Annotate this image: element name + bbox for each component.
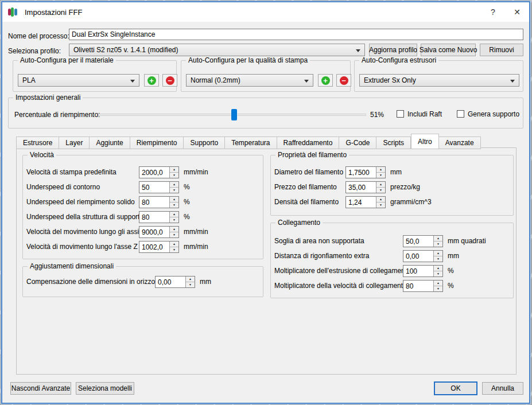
number-input-value: 1002,0 — [139, 242, 169, 252]
spin-up-icon[interactable]: ▲ — [434, 266, 442, 271]
spin-down-icon[interactable]: ▼ — [434, 271, 442, 277]
remove-quality-button[interactable]: − — [336, 74, 351, 87]
number-input[interactable]: 9000,0▲▼ — [139, 226, 179, 238]
spin-down-icon[interactable]: ▼ — [376, 202, 385, 208]
infill-slider-handle[interactable] — [231, 109, 237, 120]
spinner-buttons[interactable]: ▲▼ — [376, 197, 385, 208]
tab-scripts[interactable]: Scripts — [376, 137, 411, 149]
spinner-buttons[interactable]: ▲▼ — [433, 236, 442, 247]
tab-riempimento[interactable]: Riempimento — [130, 137, 184, 149]
tab-g-code[interactable]: G-Code — [339, 137, 376, 149]
generate-support-checkbox[interactable]: Genera supporto — [457, 110, 519, 118]
spin-up-icon[interactable]: ▲ — [434, 281, 442, 286]
spin-up-icon[interactable]: ▲ — [434, 251, 442, 256]
spin-up-icon[interactable]: ▲ — [186, 277, 195, 282]
process-name-input[interactable] — [69, 29, 523, 40]
tab-temperatura[interactable]: Temperatura — [225, 137, 277, 149]
number-input[interactable]: 0,00▲▼ — [403, 250, 443, 262]
spin-up-icon[interactable]: ▲ — [376, 182, 385, 187]
spin-down-icon[interactable]: ▼ — [376, 187, 385, 193]
title-bar[interactable]: Impostazioni FFF ? ✕ — [2, 2, 529, 22]
number-input[interactable]: 100▲▼ — [403, 265, 443, 277]
number-input[interactable]: 80▲▼ — [139, 196, 179, 208]
fff-settings-dialog: Impostazioni FFF ? ✕ Nome del processo: … — [1, 1, 530, 404]
number-input[interactable]: 80▲▼ — [403, 280, 443, 292]
select-models-button[interactable]: Seleziona modelli — [76, 382, 134, 395]
extruders-select-value: Extruder Sx Only — [364, 76, 416, 84]
quality-select[interactable]: Normal (0.2mm) — [186, 74, 313, 87]
spinner-buttons[interactable]: ▲▼ — [169, 212, 178, 223]
spin-up-icon[interactable]: ▲ — [376, 167, 385, 172]
spinner-buttons[interactable]: ▲▼ — [169, 167, 178, 178]
spin-up-icon[interactable]: ▲ — [170, 242, 178, 247]
number-input[interactable]: 50▲▼ — [139, 181, 179, 193]
spinner-buttons[interactable]: ▲▼ — [433, 281, 442, 291]
spinner-buttons[interactable]: ▲▼ — [169, 182, 178, 193]
infill-percentage-value: 51% — [370, 111, 384, 119]
close-button[interactable]: ✕ — [505, 2, 529, 22]
spinner-buttons[interactable]: ▲▼ — [169, 242, 178, 252]
spin-down-icon[interactable]: ▼ — [170, 247, 178, 252]
remove-material-button[interactable]: − — [162, 74, 177, 87]
hide-advanced-button[interactable]: Nascondi Avanzate — [10, 382, 71, 395]
collegamento-rows: Soglia di area non supportata50,0▲▼mm qu… — [271, 223, 513, 293]
auto-configure-material-group: Auto-Configura per il materiale PLA + − — [13, 60, 177, 92]
spinner-buttons[interactable]: ▲▼ — [185, 277, 195, 287]
spinner-buttons[interactable]: ▲▼ — [433, 266, 442, 277]
tab-altro[interactable]: Altro — [411, 134, 439, 149]
spin-up-icon[interactable]: ▲ — [170, 227, 178, 232]
ok-button[interactable]: OK — [434, 381, 477, 395]
spin-down-icon[interactable]: ▼ — [434, 241, 442, 247]
spin-down-icon[interactable]: ▼ — [170, 232, 178, 237]
spin-up-icon[interactable]: ▲ — [170, 197, 178, 202]
spin-up-icon[interactable]: ▲ — [170, 167, 178, 172]
profile-select[interactable]: Olivetti S2 nz05 v. 1.4.1 (modified) — [69, 44, 365, 56]
auto-configure-extruders-title: Auto-Configura estrusori — [359, 56, 438, 64]
remove-profile-button[interactable]: Rimuovi — [480, 44, 523, 56]
tab-raffreddamento[interactable]: Raffreddamento — [277, 137, 340, 149]
spin-up-icon[interactable]: ▲ — [170, 182, 178, 187]
spin-down-icon[interactable]: ▼ — [434, 256, 442, 262]
spinner-buttons[interactable]: ▲▼ — [376, 182, 385, 193]
profile-select-value: Olivetti S2 nz05 v. 1.4.1 (modified) — [73, 46, 178, 54]
update-profile-button[interactable]: Aggiorna profilo — [369, 44, 417, 56]
spinner-buttons[interactable]: ▲▼ — [433, 251, 442, 262]
spinner-buttons[interactable]: ▲▼ — [376, 167, 385, 178]
spin-down-icon[interactable]: ▼ — [434, 286, 442, 291]
number-input[interactable]: 0,00▲▼ — [155, 276, 195, 288]
add-material-button[interactable]: + — [144, 74, 159, 87]
spin-down-icon[interactable]: ▼ — [170, 187, 178, 193]
spin-down-icon[interactable]: ▼ — [170, 217, 178, 223]
spin-down-icon[interactable]: ▼ — [170, 202, 178, 208]
save-as-new-button[interactable]: Salva come Nuovo — [421, 44, 476, 56]
spin-up-icon[interactable]: ▲ — [170, 212, 178, 217]
tab-supporto[interactable]: Supporto — [184, 137, 225, 149]
number-input[interactable]: 80▲▼ — [139, 211, 179, 223]
number-input[interactable]: 50,0▲▼ — [403, 235, 443, 247]
setting-label: Distanza di rigonfiamento extra — [274, 252, 403, 260]
include-raft-checkbox[interactable]: Includi Raft — [397, 110, 442, 118]
number-input[interactable]: 1002,0▲▼ — [139, 241, 179, 253]
add-quality-button[interactable]: + — [318, 74, 333, 87]
number-input[interactable]: 1,24▲▼ — [345, 196, 386, 208]
number-input[interactable]: 2000,0▲▼ — [139, 166, 179, 178]
spin-up-icon[interactable]: ▲ — [376, 197, 385, 202]
help-button[interactable]: ? — [481, 2, 505, 22]
extruders-select[interactable]: Extruder Sx Only — [359, 74, 519, 87]
spinner-buttons[interactable]: ▲▼ — [169, 227, 178, 237]
tab-layer[interactable]: Layer — [59, 137, 90, 149]
setting-unit: % — [184, 183, 190, 191]
chevron-down-icon — [130, 80, 135, 83]
number-input[interactable]: 1,7500▲▼ — [345, 166, 386, 178]
cancel-button[interactable]: Annulla — [482, 382, 523, 395]
material-select[interactable]: PLA — [18, 74, 139, 87]
spin-up-icon[interactable]: ▲ — [434, 236, 442, 241]
spin-down-icon[interactable]: ▼ — [376, 172, 385, 178]
number-input[interactable]: 35,00▲▼ — [345, 181, 386, 193]
tab-avanzate[interactable]: Avanzate — [439, 137, 481, 149]
tab-aggiunte[interactable]: Aggiunte — [90, 137, 130, 149]
spin-down-icon[interactable]: ▼ — [170, 172, 178, 178]
spin-down-icon[interactable]: ▼ — [186, 282, 195, 287]
tab-estrusore[interactable]: Estrusore — [16, 137, 59, 149]
spinner-buttons[interactable]: ▲▼ — [169, 197, 178, 208]
